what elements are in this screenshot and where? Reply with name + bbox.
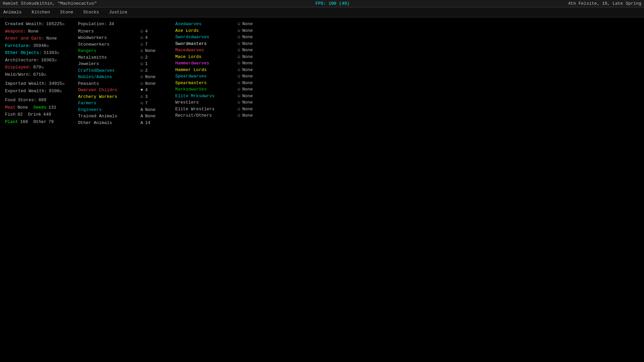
mil-icon: ☺: [237, 112, 240, 119]
nav-item-animals[interactable]: Animals: [3, 10, 22, 15]
other2-label: Other: [33, 119, 46, 125]
population-row: Dwarven Childrn♥4: [78, 87, 162, 94]
pop-icon: ♥: [141, 87, 143, 94]
military-row: Axedwarves☺None: [175, 21, 259, 27]
mil-icon: ☺: [237, 34, 240, 41]
arch-val: 10303☼: [41, 57, 57, 64]
mil-name: Swordmasters: [175, 41, 235, 47]
pop-val: None: [145, 80, 162, 87]
weapons-label: Weapons:: [5, 28, 26, 35]
food-detail-row3: Plant 168 Other 79: [5, 119, 65, 125]
mil-val: None: [242, 67, 259, 73]
foodstores-label: Food Stores:: [5, 97, 37, 104]
mil-icon: ☺: [237, 93, 240, 100]
foodstores-val: 889: [39, 97, 46, 104]
heldworn-row: Held/Worn: 6710☼: [5, 71, 65, 78]
pop-val: 4: [145, 28, 162, 35]
heldworn-label: Held/Worn:: [5, 71, 31, 78]
pop-icon: A: [141, 107, 143, 113]
military-list: Axedwarves☺NoneAxe Lords☺NoneSwordsdwarv…: [175, 21, 259, 119]
fish-val: 82: [17, 111, 23, 118]
military-row: Mace Lords☺None: [175, 54, 259, 60]
military-row: Hammerdwarves☺None: [175, 60, 259, 67]
mil-icon: ☺: [237, 60, 240, 67]
nav-item-stocks[interactable]: Stocks: [83, 10, 99, 15]
top-bar: Hamlet Stokudkithin, "Machinecactus" FPS…: [0, 0, 644, 7]
fortress-name: Hamlet Stokudkithin, "Machinecactus": [3, 1, 97, 6]
population-column: Population: 34 Miners☺4Woodworkers☺4Ston…: [78, 21, 162, 126]
pop-icon: ☺: [141, 54, 143, 61]
pop-name: Rangers: [78, 48, 139, 54]
mil-name: Hammer Lords: [175, 67, 235, 73]
pop-name: Miners: [78, 28, 139, 35]
mil-val: None: [242, 99, 259, 106]
mil-val: None: [242, 54, 259, 60]
fps-counter: FPS: 100 (49): [316, 1, 350, 6]
military-row: MarksdwarVes☺None: [175, 86, 259, 93]
population-row: Miners☺4: [78, 28, 162, 35]
population-row: Jewelers☺1: [78, 61, 162, 67]
mil-icon: ☺: [237, 99, 240, 106]
mil-val: None: [242, 93, 259, 100]
mil-icon: ☺: [237, 21, 240, 27]
military-row: Swordmasters☺None: [175, 41, 259, 47]
military-row: Spearmasters☺None: [175, 80, 259, 86]
mil-name: Swordsdwarves: [175, 34, 235, 41]
displayed-row: Displayed: 879☼: [5, 64, 65, 71]
mil-val: None: [242, 47, 259, 54]
pop-name: Other Animals: [78, 120, 139, 126]
created-wealth-label: Created Wealth:: [5, 21, 44, 27]
military-row: Hammer Lords☺None: [175, 67, 259, 73]
foodstores-row: Food Stores: 889: [5, 97, 65, 104]
nav-item-stone[interactable]: Stone: [60, 10, 73, 15]
imported-label: Imported Wealth:: [5, 80, 47, 87]
mil-icon: ☺: [237, 80, 240, 86]
pop-icon: ☺: [141, 67, 143, 74]
armor-row: Armor and Garb: None: [5, 35, 65, 42]
pop-val: 7: [145, 41, 162, 48]
pop-name: Stoneworkers: [78, 41, 139, 48]
population-header-row: Population: 34: [78, 21, 162, 27]
pop-icon: A: [141, 120, 143, 126]
mil-name: Elite Mrksdwrvs: [175, 93, 235, 100]
mil-name: Hammerdwarves: [175, 60, 235, 67]
pop-name: Nobles/Admins: [78, 74, 139, 80]
population-row: Trained AnimalsANone: [78, 113, 162, 120]
other-label: Other Objects:: [5, 50, 42, 56]
military-row: Elite Wrestlers☺None: [175, 106, 259, 113]
pop-name: Peasants: [78, 80, 139, 87]
military-row: Speardwarves☺None: [175, 73, 259, 80]
displayed-label: Displayed:: [5, 64, 31, 71]
pop-icon: ☺: [141, 28, 143, 35]
mil-icon: ☺: [237, 47, 240, 54]
plant-label: Plant: [5, 119, 18, 125]
drink-val: 449: [43, 111, 51, 118]
nav-item-justice[interactable]: Justice: [109, 10, 127, 15]
arch-row: Architecture: 10303☼: [5, 57, 65, 64]
military-row: Wrestlers☺None: [175, 99, 259, 106]
pop-val: None: [145, 74, 162, 80]
exported-label: Exported Wealth:: [5, 88, 47, 95]
pop-val: 14: [145, 120, 162, 126]
pop-icon: ☺: [141, 41, 143, 48]
furniture-val: 35940☼: [33, 43, 49, 49]
mil-icon: ☺: [237, 86, 240, 93]
mil-name: Wrestlers: [175, 99, 235, 106]
other-row: Other Objects: 51393☼: [5, 50, 65, 56]
created-wealth-row: Created Wealth: 105225☼: [5, 21, 65, 27]
population-row: Stoneworkers☺7: [78, 41, 162, 48]
pop-icon: ☺: [141, 35, 143, 41]
mil-name: Macedwarves: [175, 47, 235, 54]
imported-row: Imported Wealth: 34915☼: [5, 80, 65, 87]
nav-item-kitchen[interactable]: Kitchen: [32, 10, 50, 15]
pop-val: 4: [145, 87, 162, 94]
pop-val: None: [145, 113, 162, 120]
pop-name: Archery Workers: [78, 94, 139, 100]
nav-bar: AnimalsKitchenStoneStocksJustice: [0, 7, 644, 17]
created-wealth-val: 105225☼: [46, 21, 65, 27]
military-row: Macedwarves☺None: [175, 47, 259, 54]
mil-icon: ☺: [237, 27, 240, 34]
military-row: Recruit/Others☺None: [175, 112, 259, 119]
mil-name: MarksdwarVes: [175, 86, 235, 93]
mil-val: None: [242, 21, 259, 27]
